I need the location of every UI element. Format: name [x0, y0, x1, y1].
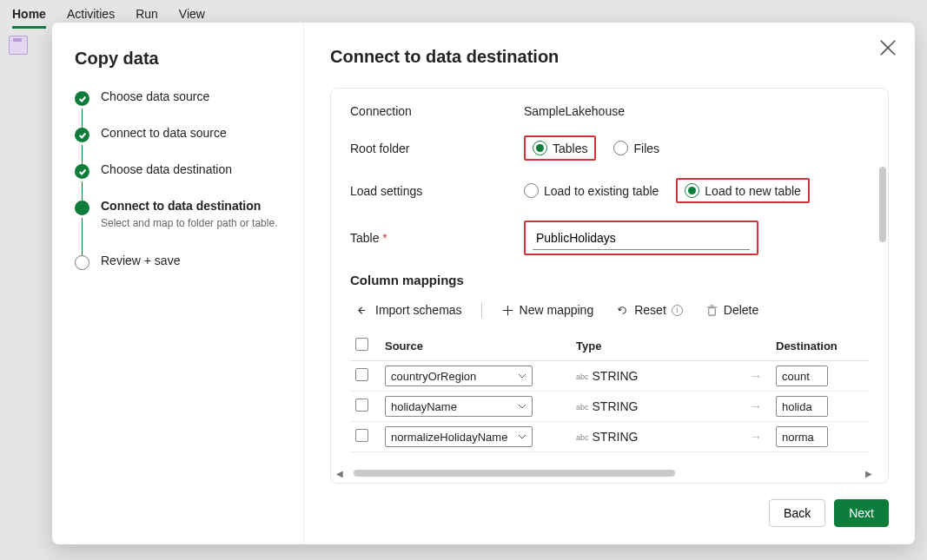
select-all-checkbox[interactable]: [355, 338, 368, 351]
type-icon: abc: [576, 433, 589, 442]
table-row: normalizeHolidayName abcSTRING → norma: [350, 422, 869, 452]
copy-data-dialog: Copy data Choose data source Connect to …: [52, 23, 915, 544]
radio-load-new[interactable]: Load to new table: [685, 183, 801, 198]
wizard-content: Connect to data destination Connection S…: [304, 23, 915, 544]
source-dropdown[interactable]: countryOrRegion: [385, 366, 533, 386]
horizontal-scrollbar[interactable]: ◀▶: [334, 469, 874, 478]
info-icon: i: [672, 305, 683, 316]
row-checkbox[interactable]: [355, 429, 368, 442]
radio-load-existing[interactable]: Load to existing table: [524, 183, 659, 198]
destination-dropdown[interactable]: norma: [776, 426, 828, 447]
arrow-right-icon: →: [745, 392, 771, 422]
wizard-nav: Copy data Choose data source Connect to …: [52, 23, 304, 544]
connection-label: Connection: [350, 104, 524, 118]
delete-button[interactable]: Delete: [699, 300, 765, 320]
step-connect-data-source[interactable]: Connect to data source: [75, 126, 281, 162]
delete-icon: [705, 304, 718, 317]
table-row: holidayName abcSTRING → holida: [350, 392, 869, 422]
import-icon: [357, 304, 370, 317]
step-connect-data-destination[interactable]: Connect to data destination Select and m…: [75, 199, 281, 254]
radio-dot-icon: [524, 183, 539, 198]
row-checkbox[interactable]: [355, 368, 368, 381]
next-button[interactable]: Next: [834, 499, 889, 527]
pending-step-icon: [75, 255, 89, 270]
reset-button[interactable]: Reset i: [609, 300, 690, 320]
add-icon: [501, 304, 514, 317]
current-step-icon: [75, 201, 89, 215]
chevron-down-icon: [518, 372, 526, 380]
highlight-load-new: Load to new table: [676, 178, 810, 203]
load-settings-label: Load settings: [350, 184, 524, 198]
check-icon: [75, 164, 89, 179]
arrow-right-icon: →: [745, 422, 771, 452]
source-dropdown[interactable]: holidayName: [385, 396, 533, 417]
arrow-right-icon: →: [745, 361, 771, 392]
save-icon[interactable]: [9, 36, 28, 55]
back-button[interactable]: Back: [769, 499, 825, 527]
highlight-table-input: [524, 221, 758, 255]
radio-dot-icon: [613, 141, 628, 155]
radio-dot-icon: [685, 183, 699, 198]
root-folder-label: Root folder: [350, 142, 524, 155]
vertical-scrollbar[interactable]: [879, 167, 886, 458]
destination-dropdown[interactable]: holida: [776, 396, 828, 417]
close-icon[interactable]: [878, 38, 897, 57]
col-destination: Destination: [771, 331, 869, 361]
source-dropdown[interactable]: normalizeHolidayName: [385, 426, 533, 447]
table-row: countryOrRegion abcSTRING → count: [350, 361, 869, 392]
col-source: Source: [380, 331, 571, 361]
mappings-table: Source Type Destination countryOrRegion …: [350, 331, 869, 452]
content-card: Connection SampleLakehouse Root folder T…: [330, 88, 889, 484]
svg-rect-4: [709, 307, 716, 314]
col-type: Type: [571, 331, 745, 361]
check-icon: [75, 128, 89, 142]
destination-dropdown[interactable]: count: [776, 366, 828, 386]
step-choose-data-source[interactable]: Choose data source: [75, 89, 281, 126]
connection-value: SampleLakehouse: [524, 104, 625, 118]
table-label: Table: [350, 231, 524, 245]
radio-dot-icon: [533, 141, 547, 155]
tab-home[interactable]: Home: [12, 3, 46, 29]
check-icon: [75, 91, 89, 106]
row-checkbox[interactable]: [355, 399, 368, 412]
new-mapping-button[interactable]: New mapping: [494, 300, 601, 320]
wizard-title: Copy data: [75, 49, 281, 69]
import-schemas-button[interactable]: Import schemas: [350, 300, 469, 320]
step-choose-data-destination[interactable]: Choose data destination: [75, 162, 281, 199]
radio-files[interactable]: Files: [613, 141, 659, 155]
column-mappings-header: Column mappings: [350, 273, 869, 287]
chevron-down-icon: [518, 402, 526, 411]
step-review-save[interactable]: Review + save: [75, 254, 281, 290]
reset-icon: [616, 304, 629, 317]
type-icon: abc: [576, 372, 589, 381]
type-icon: abc: [576, 403, 589, 412]
panel-title: Connect to data destination: [330, 47, 889, 67]
highlight-tables: Tables: [524, 135, 596, 161]
table-input[interactable]: [533, 226, 750, 250]
chevron-down-icon: [518, 432, 526, 441]
radio-tables[interactable]: Tables: [533, 141, 587, 155]
